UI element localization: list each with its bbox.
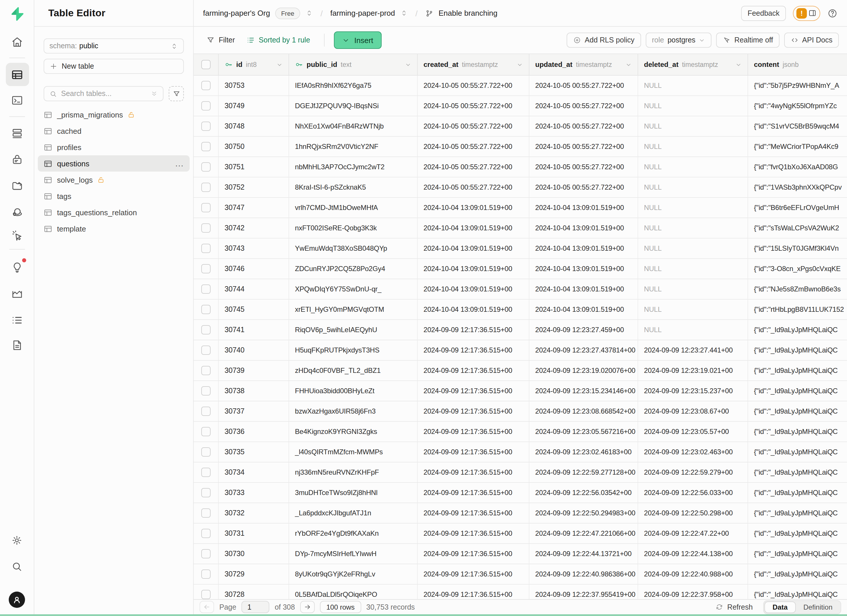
cell-id[interactable]: 30750 bbox=[219, 137, 289, 156]
row-checkbox[interactable] bbox=[201, 81, 211, 90]
org-switcher-icon[interactable] bbox=[305, 9, 313, 17]
column-header-public_id[interactable]: public_id text bbox=[289, 54, 418, 75]
cell-updated-at[interactable]: 2024-09-09 12:23:02.46183+00 bbox=[530, 442, 638, 462]
cell-public-id[interactable]: 3muDHTceTWso9IZj8hHNl bbox=[289, 483, 418, 503]
row-checkbox[interactable] bbox=[201, 122, 211, 131]
row-checkbox[interactable] bbox=[201, 407, 211, 416]
cell-content[interactable]: {"id":"_Id9aLyJpMHQLaiQC bbox=[748, 564, 847, 584]
home-icon[interactable] bbox=[9, 34, 25, 50]
edge-functions-icon[interactable] bbox=[9, 203, 25, 220]
row-checkbox[interactable] bbox=[201, 569, 211, 579]
cell-content[interactable]: {"id":"_Id9aLyJpMHQLaiQC bbox=[748, 422, 847, 442]
cell-id[interactable]: 30729 bbox=[219, 564, 289, 584]
row-select-cell[interactable] bbox=[194, 177, 219, 197]
cell-id[interactable]: 30732 bbox=[219, 503, 289, 523]
row-select-cell[interactable] bbox=[194, 320, 219, 340]
cell-created-at[interactable]: 2024-09-09 12:17:36.515+00 bbox=[418, 442, 530, 462]
cell-id[interactable]: 30737 bbox=[219, 401, 289, 421]
cell-deleted-at[interactable]: NULL bbox=[638, 177, 748, 197]
select-all-checkbox[interactable] bbox=[201, 60, 211, 69]
search-icon[interactable] bbox=[9, 559, 25, 575]
cell-deleted-at[interactable]: NULL bbox=[638, 96, 748, 116]
storage-icon[interactable] bbox=[9, 177, 25, 194]
cell-content[interactable]: {"id":"fvrQ1bXoJ6XaAD08G bbox=[748, 157, 847, 177]
cell-updated-at[interactable]: 2024-09-09 12:23:08.668542+00 bbox=[530, 401, 638, 421]
new-table-button[interactable]: New table bbox=[44, 59, 184, 74]
tab-data[interactable]: Data bbox=[764, 601, 796, 613]
cell-public-id[interactable]: xrETl_HyGY0mPMGVqtOTM bbox=[289, 299, 418, 319]
cell-updated-at[interactable]: 2024-10-04 13:09:01.519+00 bbox=[530, 299, 638, 319]
cell-updated-at[interactable]: 2024-10-04 13:09:01.519+00 bbox=[530, 279, 638, 299]
cell-deleted-at[interactable]: 2024-09-09 12:22:40.988+00 bbox=[638, 564, 748, 584]
column-header-id[interactable]: id int8 bbox=[219, 54, 289, 75]
cell-public-id[interactable]: YwEmuWdqT38XoSB048QYp bbox=[289, 239, 418, 258]
cell-content[interactable]: {"id":"sTsWaLCPsVA2WuK2 bbox=[748, 218, 847, 238]
cell-public-id[interactable]: 0L5BAfDaLDl5rQOiqeKPO bbox=[289, 585, 418, 599]
cell-public-id[interactable]: DYp-7mcyMSIrHefLYIwwH bbox=[289, 544, 418, 564]
cell-public-id[interactable]: Be4KignzoK9YRGNI3Zgks bbox=[289, 422, 418, 442]
project-name[interactable]: farming-paper-prod bbox=[330, 9, 395, 18]
cell-id[interactable]: 30730 bbox=[219, 544, 289, 564]
cell-public-id[interactable]: ZDCunRYJP2CQ5Z8Po2Gy4 bbox=[289, 259, 418, 279]
cell-id[interactable]: 30738 bbox=[219, 381, 289, 401]
cell-public-id[interactable]: bzwXazHgax6UIR58j6Fn3 bbox=[289, 401, 418, 421]
cell-updated-at[interactable]: 2024-10-04 13:09:01.519+00 bbox=[530, 259, 638, 279]
column-menu-icon[interactable] bbox=[626, 61, 632, 68]
realtime-icon[interactable] bbox=[9, 227, 25, 243]
row-checkbox[interactable] bbox=[201, 325, 211, 335]
api-docs-button[interactable]: API Docs bbox=[784, 32, 839, 48]
cell-deleted-at[interactable]: 2024-09-09 12:23:15.237+00 bbox=[638, 381, 748, 401]
database-icon[interactable] bbox=[9, 125, 25, 141]
row-select-cell[interactable] bbox=[194, 137, 219, 156]
row-checkbox[interactable] bbox=[201, 223, 211, 233]
cell-public-id[interactable]: FHHUioa3bidd00BHyLeZt bbox=[289, 381, 418, 401]
cell-content[interactable]: {"id":"4wyNgK55lOfrpmYZc bbox=[748, 96, 847, 116]
row-select-cell[interactable] bbox=[194, 401, 219, 421]
cell-created-at[interactable]: 2024-10-04 13:09:01.519+00 bbox=[418, 299, 530, 319]
cell-public-id[interactable]: _La6pddxcKJIbgufATJ1n bbox=[289, 503, 418, 523]
cell-id[interactable]: 30747 bbox=[219, 198, 289, 218]
cell-updated-at[interactable]: 2024-09-09 12:22:47.221066+00 bbox=[530, 523, 638, 543]
cell-deleted-at[interactable]: NULL bbox=[638, 218, 748, 238]
cell-content[interactable]: {"id":"_Id9aLyJpMHQLaiQC bbox=[748, 340, 847, 360]
row-checkbox[interactable] bbox=[201, 101, 211, 111]
cell-deleted-at[interactable]: NULL bbox=[638, 198, 748, 218]
row-select-cell[interactable] bbox=[194, 218, 219, 238]
cell-created-at[interactable]: 2024-09-09 12:17:36.515+00 bbox=[418, 381, 530, 401]
cell-deleted-at[interactable]: 2024-09-09 12:23:27.441+00 bbox=[638, 340, 748, 360]
column-header-content[interactable]: content jsonb bbox=[748, 54, 847, 75]
cell-public-id[interactable]: vrlh7CMD-JtM1bOweMHfA bbox=[289, 198, 418, 218]
cell-content[interactable]: {"id":"1VASb3phnXXkQPCpv bbox=[748, 177, 847, 197]
cell-id[interactable]: 30740 bbox=[219, 340, 289, 360]
cell-content[interactable]: {"id":"_Id9aLyJpMHQLaiQC bbox=[748, 585, 847, 599]
cell-deleted-at[interactable]: NULL bbox=[638, 299, 748, 319]
user-avatar[interactable] bbox=[9, 592, 25, 608]
rows-per-page-button[interactable]: 100 rows bbox=[320, 601, 361, 613]
tab-definition[interactable]: Definition bbox=[796, 601, 840, 613]
row-select-cell[interactable] bbox=[194, 585, 219, 599]
cell-deleted-at[interactable]: NULL bbox=[638, 259, 748, 279]
row-checkbox[interactable] bbox=[201, 305, 211, 314]
cell-deleted-at[interactable]: NULL bbox=[638, 76, 748, 96]
org-name[interactable]: farming-paper's Org bbox=[203, 9, 270, 18]
row-checkbox[interactable] bbox=[201, 488, 211, 497]
notifications-button[interactable]: ! bbox=[793, 6, 820, 21]
column-menu-icon[interactable] bbox=[276, 61, 283, 68]
cell-id[interactable]: 30736 bbox=[219, 422, 289, 442]
cell-updated-at[interactable]: 2024-09-09 12:22:37.955419+00 bbox=[530, 585, 638, 599]
cell-id[interactable]: 30733 bbox=[219, 483, 289, 503]
cell-deleted-at[interactable]: NULL bbox=[638, 157, 748, 177]
row-select-cell[interactable] bbox=[194, 239, 219, 258]
cell-public-id[interactable]: DGEJfJZPQUV9Q-IBqsNSi bbox=[289, 96, 418, 116]
auth-icon[interactable] bbox=[9, 151, 25, 168]
insert-button[interactable]: Insert bbox=[334, 31, 381, 49]
next-page-button[interactable] bbox=[300, 601, 315, 613]
cell-content[interactable]: {"id":"3-O8cn_xPgs0cVxqKE bbox=[748, 259, 847, 279]
row-select-cell[interactable] bbox=[194, 503, 219, 523]
add-rls-policy-button[interactable]: Add RLS policy bbox=[567, 32, 641, 48]
cell-updated-at[interactable]: 2024-09-09 12:22:40.986386+00 bbox=[530, 564, 638, 584]
row-select-cell[interactable] bbox=[194, 96, 219, 116]
cell-created-at[interactable]: 2024-10-04 13:09:01.519+00 bbox=[418, 239, 530, 258]
search-tables-input[interactable]: Search tables... bbox=[44, 86, 164, 101]
cell-id[interactable]: 30744 bbox=[219, 279, 289, 299]
